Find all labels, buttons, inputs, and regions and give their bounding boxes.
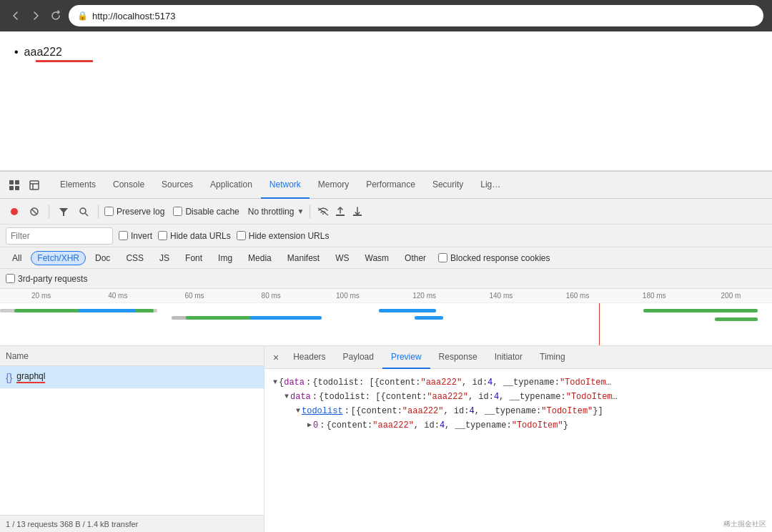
clear-button[interactable]	[26, 203, 43, 220]
preserve-log-checkbox[interactable]	[104, 207, 114, 216]
toggle-2[interactable]: ▼	[284, 390, 289, 403]
reload-button[interactable]	[49, 9, 63, 23]
preserve-log-label[interactable]: Preserve log	[104, 207, 164, 217]
filter-toggle-button[interactable]	[55, 203, 72, 220]
waterfall-bar-blue-4	[415, 316, 443, 320]
waterfall-bar-green-5	[715, 317, 758, 321]
todolist-link[interactable]: todolist	[302, 405, 343, 418]
tick-3: 80 ms	[233, 292, 310, 300]
download-icon[interactable]	[350, 205, 365, 219]
devtools-icons	[6, 177, 43, 194]
svg-rect-3	[15, 186, 19, 190]
tab-network[interactable]: Network	[261, 172, 310, 199]
preview-line-3: ▼ todolist : [{content: "aaa222" , id: 4…	[296, 405, 763, 418]
tick-9: 200 m	[693, 292, 769, 300]
svg-point-11	[80, 208, 86, 214]
invert-label[interactable]: Invert	[119, 231, 152, 241]
hide-data-urls-label[interactable]: Hide data URLs	[158, 231, 231, 241]
browser-chrome: 🔒 http://localhost:5173	[0, 0, 772, 31]
filter-input[interactable]	[11, 231, 108, 241]
waterfall-bar-green-4	[701, 309, 758, 312]
record-button[interactable]	[6, 203, 23, 220]
waterfall-bar-blue-1	[79, 309, 136, 312]
type-filter-wasm[interactable]: Wasm	[359, 251, 396, 265]
hide-extension-urls-checkbox[interactable]	[237, 231, 246, 240]
tick-5: 120 ms	[386, 292, 462, 300]
search-button[interactable]	[75, 203, 92, 220]
svg-rect-4	[30, 181, 39, 189]
throttle-control[interactable]: No throttling ▼	[248, 207, 305, 217]
disable-cache-label[interactable]: Disable cache	[173, 207, 239, 217]
type-filter-font[interactable]: Font	[179, 251, 209, 265]
lock-icon: 🔒	[77, 11, 88, 21]
hide-extension-urls-label[interactable]: Hide extension URLs	[237, 231, 330, 241]
third-party-row: 3rd-party requests	[0, 269, 772, 289]
type-filter-all[interactable]: All	[6, 251, 28, 265]
blocked-cookies-checkbox[interactable]	[438, 253, 447, 262]
type-filter-doc[interactable]: Doc	[89, 251, 117, 265]
type-filter-ws[interactable]: WS	[329, 251, 355, 265]
type-filter-manifest[interactable]: Manifest	[281, 251, 326, 265]
tab-elements[interactable]: Elements	[51, 172, 104, 199]
preview-tab-preview[interactable]: Preview	[382, 346, 430, 369]
toggle-1[interactable]: ▼	[273, 376, 277, 389]
preview-line-1: ▼ { data : {todolist: [{content: "aaa222…	[273, 376, 763, 389]
footer-attribution: 稀土掘金社区	[723, 519, 766, 529]
tab-console[interactable]: Console	[104, 172, 153, 199]
third-party-label[interactable]: 3rd-party requests	[6, 274, 87, 284]
network-list: Name {} graphql 1 / 13 requests 368 B / …	[0, 346, 264, 532]
preview-line-4: ▶ 0 : {content: "aaa222" , id: 4 , __typ…	[307, 419, 763, 432]
upload-icon[interactable]	[333, 205, 347, 219]
type-filter-fetch-xhr[interactable]: Fetch/XHR	[31, 251, 86, 265]
disable-cache-checkbox[interactable]	[173, 207, 182, 216]
svg-rect-1	[15, 180, 19, 184]
devtools-inspect-icon[interactable]	[26, 177, 43, 194]
tick-7: 160 ms	[539, 292, 615, 300]
waterfall-bar-blue-2	[250, 316, 322, 320]
chevron-down-icon: ▼	[297, 207, 304, 215]
toggle-3[interactable]: ▼	[296, 405, 300, 418]
tick-6: 140 ms	[462, 292, 539, 300]
filter-row: Invert Hide data URLs Hide extension URL…	[0, 225, 772, 247]
tab-sources[interactable]: Sources	[153, 172, 202, 199]
graphql-row[interactable]: {} graphql	[0, 366, 264, 389]
devtools-toggle-icon[interactable]	[6, 177, 23, 194]
tick-4: 100 ms	[310, 292, 386, 300]
tab-lig[interactable]: Lig…	[472, 172, 509, 199]
hide-data-urls-checkbox[interactable]	[158, 231, 167, 240]
tab-application[interactable]: Application	[202, 172, 261, 199]
close-button[interactable]: ×	[267, 350, 284, 365]
graphql-underline	[16, 382, 45, 383]
tick-1: 40 ms	[79, 292, 156, 300]
preview-tab-payload[interactable]: Payload	[335, 346, 382, 369]
item-text: aaa222	[24, 46, 62, 58]
waterfall-bar-blue-3	[379, 309, 436, 312]
type-filter-media[interactable]: Media	[242, 251, 278, 265]
preview-tab-timing[interactable]: Timing	[531, 346, 574, 369]
type-filter-js[interactable]: JS	[153, 251, 176, 265]
preview-tab-headers[interactable]: Headers	[284, 346, 334, 369]
type-filter-css[interactable]: CSS	[119, 251, 150, 265]
back-button[interactable]	[9, 9, 23, 23]
bullet-icon: •	[14, 46, 19, 59]
wifi-icon[interactable]	[316, 205, 330, 219]
svg-rect-0	[9, 180, 14, 184]
third-party-checkbox[interactable]	[6, 274, 15, 283]
preview-content: ▼ { data : {todolist: [{content: "aaa222…	[264, 369, 772, 532]
blocked-cookies-label[interactable]: Blocked response cookies	[438, 253, 550, 263]
invert-checkbox[interactable]	[119, 231, 128, 240]
preview-tab-response[interactable]: Response	[430, 346, 486, 369]
tick-8: 180 ms	[616, 292, 693, 300]
preview-tab-initiator[interactable]: Initiator	[486, 346, 531, 369]
svg-rect-14	[336, 215, 345, 216]
timeline-area: 20 ms 40 ms 60 ms 80 ms 100 ms 120 ms 14…	[0, 289, 772, 346]
svg-point-7	[11, 208, 18, 215]
tab-memory[interactable]: Memory	[310, 172, 357, 199]
type-filter-img[interactable]: Img	[212, 251, 239, 265]
toggle-4[interactable]: ▶	[307, 419, 312, 432]
forward-button[interactable]	[29, 9, 43, 23]
address-bar[interactable]: 🔒 http://localhost:5173	[69, 5, 763, 26]
tab-security[interactable]: Security	[424, 172, 472, 199]
tab-performance[interactable]: Performance	[357, 172, 424, 199]
type-filter-other[interactable]: Other	[398, 251, 432, 265]
